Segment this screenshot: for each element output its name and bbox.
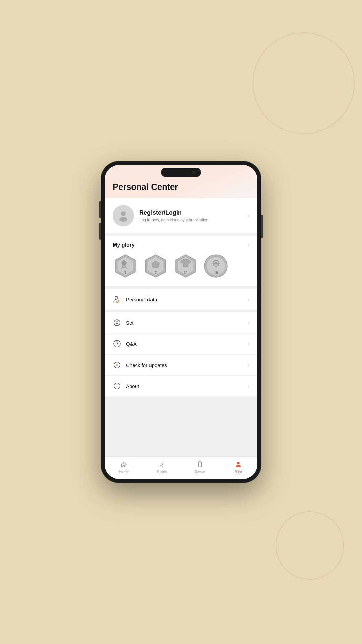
nav-item-device[interactable]: Device	[181, 459, 219, 475]
settings-icon	[113, 318, 121, 327]
svg-point-1	[119, 217, 127, 222]
page-title: Personal Center	[113, 182, 249, 192]
menu-label-set: Set	[126, 320, 248, 326]
svg-point-25	[114, 320, 120, 326]
svg-text:10: 10	[214, 271, 218, 275]
svg-point-23	[115, 296, 118, 299]
about-chevron-icon: ›	[248, 383, 249, 389]
svg-point-29	[116, 364, 118, 366]
svg-text:7: 7	[155, 271, 157, 275]
menu-label-personal-data: Personal data	[126, 297, 248, 302]
svg-point-0	[121, 211, 126, 216]
glory-section: My glory › 1	[105, 236, 257, 286]
qa-icon	[113, 339, 121, 348]
home-nav-icon	[120, 461, 128, 469]
svg-point-34	[123, 464, 124, 465]
menu-item-check-updates[interactable]: Check for updates ›	[105, 355, 257, 376]
svg-point-38	[200, 466, 200, 467]
menu-section-1: Personal data ›	[105, 289, 257, 310]
device-nav-icon	[196, 461, 204, 469]
profile-section[interactable]: Register/Login Log in now, data cloud sy…	[105, 198, 257, 233]
menu-item-about[interactable]: About ›	[105, 376, 257, 396]
svg-text:1: 1	[124, 271, 126, 275]
menu-item-set[interactable]: Set ›	[105, 312, 257, 333]
profile-name: Register/Login	[139, 209, 242, 216]
menu-label-check-updates: Check for updates	[126, 362, 248, 368]
avatar	[113, 205, 134, 226]
menu-label-qa: Q&A	[126, 341, 248, 347]
glory-header[interactable]: My glory ›	[113, 242, 249, 248]
svg-rect-13	[185, 264, 187, 266]
nav-label-home: Home	[119, 470, 128, 474]
svg-point-26	[116, 322, 118, 324]
menu-section-2: Set › Q&A ›	[105, 312, 257, 396]
svg-point-27	[117, 345, 117, 346]
svg-rect-14	[183, 266, 188, 267]
profile-info: Register/Login Log in now, data cloud sy…	[139, 209, 242, 222]
nav-item-sports[interactable]: Sports	[143, 459, 181, 475]
glory-chevron-icon: ›	[248, 242, 249, 248]
personal-data-chevron-icon: ›	[248, 297, 249, 302]
set-chevron-icon: ›	[248, 320, 249, 325]
bottom-spacer	[105, 399, 257, 419]
check-updates-chevron-icon: ›	[248, 362, 249, 368]
menu-label-about: About	[126, 383, 248, 389]
menu-item-qa[interactable]: Q&A ›	[105, 333, 257, 355]
badge-4: 10	[203, 253, 229, 279]
sports-nav-icon	[158, 461, 166, 469]
profile-chevron-icon: ›	[248, 213, 249, 219]
svg-line-24	[118, 300, 119, 301]
info-icon	[113, 382, 121, 390]
badge-2: 7	[143, 253, 168, 279]
notch	[161, 168, 201, 177]
profile-subtitle: Log in now, data cloud synchronization	[139, 218, 242, 222]
nav-label-device: Device	[195, 470, 205, 474]
person-edit-icon	[113, 295, 121, 304]
svg-text:30: 30	[184, 271, 188, 275]
badge-1: 1	[113, 253, 138, 279]
badge-3: 30	[173, 253, 198, 279]
svg-point-39	[237, 462, 239, 464]
glory-title: My glory	[113, 242, 135, 248]
nav-label-mine: Mine	[235, 470, 242, 474]
nav-item-home[interactable]: Home	[105, 459, 143, 475]
qa-chevron-icon: ›	[248, 341, 249, 346]
svg-point-33	[117, 384, 117, 385]
scroll-content: Register/Login Log in now, data cloud sy…	[105, 198, 257, 456]
svg-point-30	[117, 362, 118, 363]
nav-label-sports: Sports	[157, 470, 167, 474]
bottom-nav: Home Sports	[105, 456, 257, 479]
nav-item-mine[interactable]: Mine	[219, 459, 257, 475]
update-icon	[113, 361, 121, 369]
mine-nav-icon	[234, 461, 242, 469]
menu-item-personal-data[interactable]: Personal data ›	[105, 289, 257, 310]
svg-rect-37	[199, 462, 201, 465]
svg-point-35	[162, 462, 163, 463]
badges-row: 1 7	[113, 253, 249, 279]
